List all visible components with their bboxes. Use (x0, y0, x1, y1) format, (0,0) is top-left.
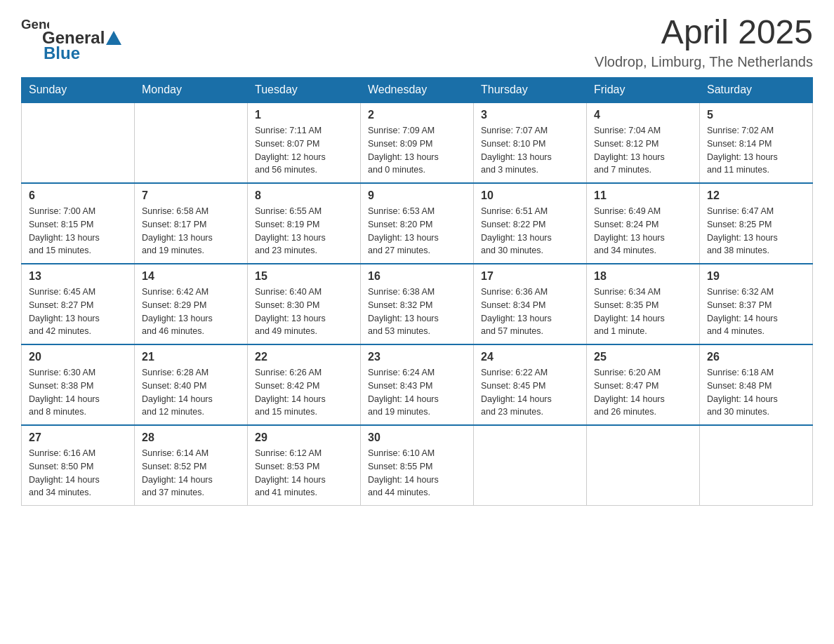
calendar-cell: 25Sunrise: 6:20 AM Sunset: 8:47 PM Dayli… (587, 344, 700, 425)
calendar-cell: 10Sunrise: 6:51 AM Sunset: 8:22 PM Dayli… (474, 183, 587, 264)
calendar-table: SundayMondayTuesdayWednesdayThursdayFrid… (21, 77, 813, 506)
calendar-week-row: 1Sunrise: 7:11 AM Sunset: 8:07 PM Daylig… (22, 102, 813, 183)
calendar-cell: 14Sunrise: 6:42 AM Sunset: 8:29 PM Dayli… (135, 264, 248, 344)
calendar-cell: 20Sunrise: 6:30 AM Sunset: 8:38 PM Dayli… (22, 344, 135, 425)
column-header-wednesday: Wednesday (361, 78, 474, 103)
day-info: Sunrise: 6:58 AM Sunset: 8:17 PM Dayligh… (142, 205, 240, 257)
day-info: Sunrise: 6:32 AM Sunset: 8:37 PM Dayligh… (707, 286, 805, 338)
day-number: 26 (707, 351, 805, 363)
day-number: 28 (142, 431, 240, 444)
day-number: 1 (255, 109, 353, 121)
column-header-sunday: Sunday (22, 78, 135, 103)
day-info: Sunrise: 6:22 AM Sunset: 8:45 PM Dayligh… (481, 366, 579, 419)
day-number: 22 (255, 351, 353, 363)
day-info: Sunrise: 7:00 AM Sunset: 8:15 PM Dayligh… (29, 205, 127, 257)
month-title: April 2025 (49, 14, 813, 51)
calendar-cell: 28Sunrise: 6:14 AM Sunset: 8:52 PM Dayli… (135, 425, 248, 506)
calendar-cell (587, 425, 700, 506)
calendar-cell (700, 425, 813, 506)
day-info: Sunrise: 6:10 AM Sunset: 8:55 PM Dayligh… (368, 447, 466, 499)
day-number: 11 (594, 189, 692, 202)
logo-blue-text: Blue (44, 43, 80, 63)
day-number: 10 (481, 189, 579, 202)
day-info: Sunrise: 6:53 AM Sunset: 8:20 PM Dayligh… (368, 205, 466, 257)
day-number: 6 (29, 189, 127, 202)
day-number: 19 (707, 270, 805, 283)
day-info: Sunrise: 6:36 AM Sunset: 8:34 PM Dayligh… (481, 286, 579, 338)
column-header-tuesday: Tuesday (248, 78, 361, 103)
day-number: 9 (368, 189, 466, 202)
day-info: Sunrise: 6:18 AM Sunset: 8:48 PM Dayligh… (707, 366, 805, 419)
calendar-cell (22, 102, 135, 183)
calendar-cell: 11Sunrise: 6:49 AM Sunset: 8:24 PM Dayli… (587, 183, 700, 264)
calendar-cell: 23Sunrise: 6:24 AM Sunset: 8:43 PM Dayli… (361, 344, 474, 425)
calendar-cell: 21Sunrise: 6:28 AM Sunset: 8:40 PM Dayli… (135, 344, 248, 425)
day-number: 30 (368, 431, 466, 444)
calendar-cell: 12Sunrise: 6:47 AM Sunset: 8:25 PM Dayli… (700, 183, 813, 264)
day-info: Sunrise: 6:20 AM Sunset: 8:47 PM Dayligh… (594, 366, 692, 419)
calendar-week-row: 13Sunrise: 6:45 AM Sunset: 8:27 PM Dayli… (22, 264, 813, 344)
calendar-cell: 2Sunrise: 7:09 AM Sunset: 8:09 PM Daylig… (361, 102, 474, 183)
page-header: General General Blue April 2025 Vlodrop,… (21, 14, 813, 70)
day-number: 16 (368, 270, 466, 283)
day-info: Sunrise: 6:30 AM Sunset: 8:38 PM Dayligh… (29, 366, 127, 419)
calendar-cell: 18Sunrise: 6:34 AM Sunset: 8:35 PM Dayli… (587, 264, 700, 344)
day-info: Sunrise: 6:16 AM Sunset: 8:50 PM Dayligh… (29, 447, 127, 499)
svg-marker-1 (106, 31, 121, 45)
day-number: 21 (142, 351, 240, 363)
title-block: April 2025 Vlodrop, Limburg, The Netherl… (49, 14, 813, 70)
day-info: Sunrise: 6:28 AM Sunset: 8:40 PM Dayligh… (142, 366, 240, 419)
location-title: Vlodrop, Limburg, The Netherlands (49, 54, 813, 70)
day-info: Sunrise: 6:12 AM Sunset: 8:53 PM Dayligh… (255, 447, 353, 499)
day-number: 7 (142, 189, 240, 202)
calendar-cell: 26Sunrise: 6:18 AM Sunset: 8:48 PM Dayli… (700, 344, 813, 425)
calendar-week-row: 20Sunrise: 6:30 AM Sunset: 8:38 PM Dayli… (22, 344, 813, 425)
day-number: 24 (481, 351, 579, 363)
day-number: 2 (368, 109, 466, 121)
calendar-cell: 8Sunrise: 6:55 AM Sunset: 8:19 PM Daylig… (248, 183, 361, 264)
logo-combined: General Blue (42, 28, 121, 63)
calendar-cell: 22Sunrise: 6:26 AM Sunset: 8:42 PM Dayli… (248, 344, 361, 425)
day-info: Sunrise: 6:42 AM Sunset: 8:29 PM Dayligh… (142, 286, 240, 338)
calendar-cell: 29Sunrise: 6:12 AM Sunset: 8:53 PM Dayli… (248, 425, 361, 506)
calendar-cell: 15Sunrise: 6:40 AM Sunset: 8:30 PM Dayli… (248, 264, 361, 344)
day-info: Sunrise: 7:11 AM Sunset: 8:07 PM Dayligh… (255, 124, 353, 177)
day-info: Sunrise: 6:24 AM Sunset: 8:43 PM Dayligh… (368, 366, 466, 419)
day-info: Sunrise: 6:38 AM Sunset: 8:32 PM Dayligh… (368, 286, 466, 338)
day-number: 15 (255, 270, 353, 283)
column-header-thursday: Thursday (474, 78, 587, 103)
day-info: Sunrise: 6:51 AM Sunset: 8:22 PM Dayligh… (481, 205, 579, 257)
day-info: Sunrise: 7:09 AM Sunset: 8:09 PM Dayligh… (368, 124, 466, 177)
calendar-cell: 6Sunrise: 7:00 AM Sunset: 8:15 PM Daylig… (22, 183, 135, 264)
day-info: Sunrise: 7:07 AM Sunset: 8:10 PM Dayligh… (481, 124, 579, 177)
calendar-cell: 5Sunrise: 7:02 AM Sunset: 8:14 PM Daylig… (700, 102, 813, 183)
calendar-header-row: SundayMondayTuesdayWednesdayThursdayFrid… (22, 78, 813, 103)
calendar-cell: 17Sunrise: 6:36 AM Sunset: 8:34 PM Dayli… (474, 264, 587, 344)
day-number: 3 (481, 109, 579, 121)
calendar-cell: 13Sunrise: 6:45 AM Sunset: 8:27 PM Dayli… (22, 264, 135, 344)
day-number: 27 (29, 431, 127, 444)
day-info: Sunrise: 7:02 AM Sunset: 8:14 PM Dayligh… (707, 124, 805, 177)
calendar-week-row: 27Sunrise: 6:16 AM Sunset: 8:50 PM Dayli… (22, 425, 813, 506)
calendar-cell: 9Sunrise: 6:53 AM Sunset: 8:20 PM Daylig… (361, 183, 474, 264)
day-number: 12 (707, 189, 805, 202)
day-number: 14 (142, 270, 240, 283)
day-number: 17 (481, 270, 579, 283)
calendar-cell: 4Sunrise: 7:04 AM Sunset: 8:12 PM Daylig… (587, 102, 700, 183)
day-info: Sunrise: 6:26 AM Sunset: 8:42 PM Dayligh… (255, 366, 353, 419)
day-info: Sunrise: 6:14 AM Sunset: 8:52 PM Dayligh… (142, 447, 240, 499)
calendar-cell (135, 102, 248, 183)
calendar-cell: 1Sunrise: 7:11 AM Sunset: 8:07 PM Daylig… (248, 102, 361, 183)
day-number: 18 (594, 270, 692, 283)
day-info: Sunrise: 6:34 AM Sunset: 8:35 PM Dayligh… (594, 286, 692, 338)
logo-triangle-icon (106, 31, 121, 45)
day-info: Sunrise: 6:40 AM Sunset: 8:30 PM Dayligh… (255, 286, 353, 338)
day-info: Sunrise: 6:47 AM Sunset: 8:25 PM Dayligh… (707, 205, 805, 257)
day-info: Sunrise: 6:49 AM Sunset: 8:24 PM Dayligh… (594, 205, 692, 257)
calendar-cell: 3Sunrise: 7:07 AM Sunset: 8:10 PM Daylig… (474, 102, 587, 183)
day-info: Sunrise: 6:55 AM Sunset: 8:19 PM Dayligh… (255, 205, 353, 257)
day-number: 5 (707, 109, 805, 121)
column-header-saturday: Saturday (700, 78, 813, 103)
day-info: Sunrise: 7:04 AM Sunset: 8:12 PM Dayligh… (594, 124, 692, 177)
day-number: 4 (594, 109, 692, 121)
